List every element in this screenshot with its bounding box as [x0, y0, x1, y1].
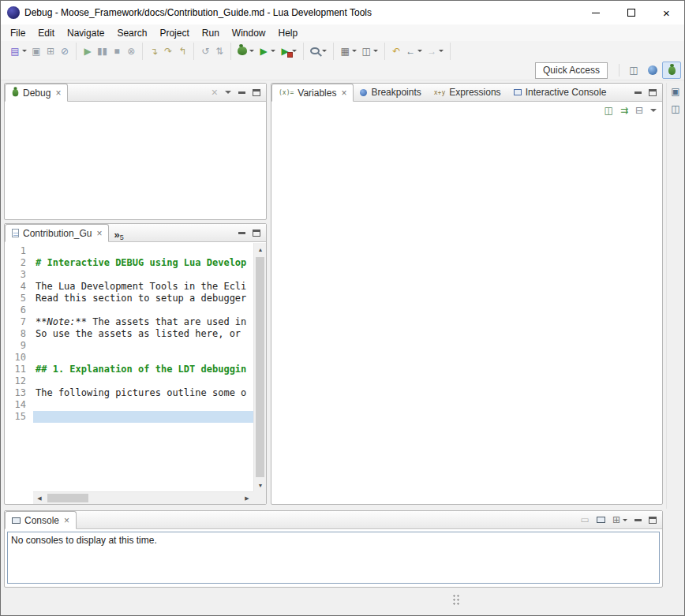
editor-line[interactable] [33, 269, 253, 281]
editor-vertical-scrollbar[interactable]: ▲ ▼ [253, 243, 266, 491]
editor-line[interactable] [33, 304, 253, 316]
tab-interactive-console[interactable]: Interactive Console [507, 84, 613, 101]
editor-line[interactable]: # Interactive DEBUG using Lua Develop [33, 257, 253, 269]
step-over-button[interactable]: ↷ [161, 43, 175, 60]
new-button[interactable]: ▤ [8, 43, 29, 60]
menu-run[interactable]: Run [196, 25, 226, 41]
use-step-filters-button[interactable]: ⇅ [212, 43, 226, 60]
disconnect-button[interactable]: ⊗ [124, 43, 138, 60]
minimize-window-button[interactable] [578, 1, 613, 24]
dropdown-arrow-icon[interactable] [271, 50, 275, 52]
search-button[interactable] [308, 43, 329, 60]
menu-file[interactable]: File [4, 25, 32, 41]
open-console-button[interactable]: ⊞ [612, 515, 627, 525]
editor-tab-overflow-button[interactable]: » 5 [109, 224, 128, 241]
debug-button[interactable] [235, 43, 256, 60]
close-tab-icon[interactable]: × [96, 228, 102, 239]
scroll-up-icon[interactable]: ▲ [254, 243, 267, 256]
step-into-button[interactable]: ↴ [147, 43, 161, 60]
restore-minimized-view-button[interactable]: ▣ [667, 83, 684, 100]
view-menu-button[interactable] [225, 91, 231, 94]
debug-perspective-button[interactable] [662, 62, 681, 79]
resume-button[interactable]: ▶ [80, 43, 95, 60]
minimize-view-button[interactable] [634, 519, 642, 521]
dropdown-arrow-icon[interactable] [352, 50, 357, 52]
remove-all-terminated-button[interactable]: × [211, 87, 218, 98]
dropdown-arrow-icon[interactable] [623, 519, 627, 521]
editor-line[interactable] [33, 411, 253, 423]
close-window-button[interactable]: × [649, 1, 684, 24]
maximize-view-button[interactable] [253, 230, 260, 237]
menu-help[interactable]: Help [272, 25, 305, 41]
scroll-left-icon[interactable]: ◀ [33, 492, 46, 505]
editor-line[interactable]: So use the assets as listed here, or [33, 328, 253, 340]
open-element-button[interactable]: ◫ [359, 43, 380, 60]
tab-breakpoints[interactable]: Breakpoints [354, 84, 427, 101]
code-area[interactable]: # Interactive DEBUG using Lua DevelopThe… [33, 245, 253, 491]
step-return-button[interactable]: ↰ [175, 43, 189, 60]
last-edit-location-button[interactable]: ↶ [389, 43, 403, 60]
menu-navigate[interactable]: Navigate [61, 25, 110, 41]
maximize-view-button[interactable] [649, 89, 657, 96]
tab-variables[interactable]: (x)= Variables × [271, 84, 354, 102]
save-all-button[interactable]: ⊞ [43, 43, 58, 60]
tab-console[interactable]: Console × [5, 511, 77, 529]
scrollbar-thumb[interactable] [256, 257, 264, 477]
minimize-view-button[interactable] [634, 91, 642, 94]
terminate-button[interactable]: ■ [110, 43, 124, 60]
menu-search[interactable]: Search [110, 25, 153, 41]
tab-expressions[interactable]: x+y Expressions [428, 84, 507, 101]
minimized-view-button[interactable]: ◫ [667, 100, 684, 118]
editor-line[interactable]: **Note:** The assets that are used in [33, 316, 253, 328]
maximize-window-button[interactable] [613, 1, 649, 24]
close-tab-icon[interactable]: × [64, 515, 69, 526]
dropdown-arrow-icon[interactable] [417, 50, 422, 52]
editor-line[interactable] [33, 352, 253, 364]
editor-line[interactable]: The following pictures outline some o [33, 387, 253, 399]
menu-project[interactable]: Project [153, 25, 195, 41]
collapse-all-button[interactable]: ⊟ [635, 106, 643, 115]
editor-horizontal-scrollbar[interactable]: ◀ ▶ [33, 491, 253, 504]
lua-perspective-button[interactable] [643, 62, 662, 79]
run-button[interactable]: ▶ [256, 43, 278, 60]
editor-line[interactable] [33, 245, 253, 257]
skip-all-breakpoints-button[interactable]: ⊘ [58, 43, 72, 60]
dropdown-arrow-icon[interactable] [322, 50, 327, 52]
quick-access-input[interactable]: Quick Access [535, 62, 608, 79]
show-type-names-button[interactable]: ⇉ [620, 106, 628, 115]
editor-body[interactable]: 123456789101112131415 # Interactive DEBU… [5, 243, 253, 491]
trim-drag-handle[interactable] [452, 594, 460, 605]
editor-line[interactable]: Read this section to setup a debugger [33, 293, 253, 304]
dropdown-arrow-icon[interactable] [22, 50, 27, 52]
maximize-view-button[interactable] [253, 89, 260, 96]
new-wizard-button[interactable]: ▦ [338, 43, 359, 60]
minimize-view-button[interactable] [238, 232, 245, 234]
external-tools-button[interactable]: ▶ [278, 43, 299, 60]
save-button[interactable]: ▣ [29, 43, 43, 60]
tab-contribution-guide[interactable]: Contribution_Gu × [5, 224, 109, 242]
clear-console-button[interactable]: ▭ [581, 515, 590, 525]
scroll-down-icon[interactable]: ▼ [254, 479, 267, 491]
menu-edit[interactable]: Edit [32, 25, 61, 41]
tab-debug[interactable]: Debug × [5, 84, 68, 102]
dropdown-arrow-icon[interactable] [373, 50, 378, 52]
dropdown-arrow-icon[interactable] [249, 50, 254, 52]
editor-line[interactable]: ## 1. Explanation of the LDT debuggin [33, 364, 253, 375]
forward-button[interactable]: → [425, 43, 446, 60]
drop-to-frame-button[interactable]: ↺ [198, 43, 212, 60]
editor-line[interactable] [33, 375, 253, 387]
editor-line[interactable] [33, 340, 253, 352]
back-button[interactable]: ← [403, 43, 425, 60]
close-tab-icon[interactable]: × [55, 88, 61, 99]
minimize-view-button[interactable] [238, 91, 245, 94]
show-logical-structure-button[interactable]: ◫ [605, 106, 613, 115]
maximize-view-button[interactable] [649, 517, 657, 524]
scrollbar-thumb[interactable] [47, 494, 88, 502]
suspend-button[interactable]: ▮▮ [95, 43, 110, 60]
editor-line[interactable] [33, 399, 253, 411]
display-selected-console-button[interactable] [597, 517, 605, 523]
close-tab-icon[interactable]: × [341, 88, 346, 99]
dropdown-arrow-icon[interactable] [439, 50, 444, 52]
scroll-right-icon[interactable]: ▶ [241, 492, 253, 505]
console-output[interactable]: No consoles to display at this time. [7, 532, 660, 584]
